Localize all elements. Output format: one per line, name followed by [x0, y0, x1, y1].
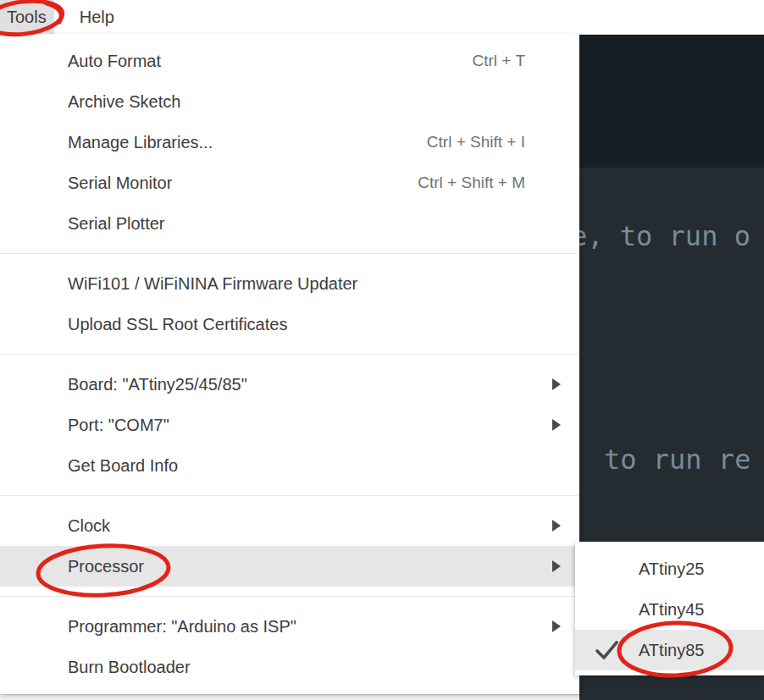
menu-item-label: Auto Format: [68, 52, 473, 71]
menu-item-serial-plotter[interactable]: Serial Plotter: [0, 203, 579, 244]
menu-item-label: Port: "COM7": [68, 416, 525, 435]
editor-toolbar-area: [573, 34, 764, 168]
menubar-item-help[interactable]: Help: [72, 0, 122, 34]
menu-item-shortcut: Ctrl + Shift + M: [418, 174, 525, 192]
menu-item-label: Get Board Info: [68, 456, 525, 476]
menu-item-label: Processor: [68, 557, 525, 576]
menu-item-serial-monitor[interactable]: Serial Monitor Ctrl + Shift + M: [0, 163, 579, 203]
submenu-arrow-icon: [552, 560, 561, 572]
menu-item-get-board-info[interactable]: Get Board Info: [0, 445, 579, 486]
tools-menu-dropdown: Auto Format Ctrl + T Archive Sketch Mana…: [0, 34, 579, 694]
submenu-item-attiny45[interactable]: ATtiny45: [575, 589, 764, 630]
menu-separator: [0, 253, 579, 254]
submenu-item-label: ATtiny85: [639, 641, 704, 660]
submenu-item-label: ATtiny45: [639, 600, 704, 620]
submenu-item-attiny85[interactable]: ATtiny85: [575, 630, 764, 670]
submenu-item-attiny25[interactable]: ATtiny25: [575, 548, 764, 589]
checkmark-icon: [595, 641, 618, 660]
menu-item-upload-ssl-certificates[interactable]: Upload SSL Root Certificates: [0, 304, 579, 344]
menu-item-label: WiFi101 / WiFiNINA Firmware Updater: [68, 274, 525, 294]
menu-item-port[interactable]: Port: "COM7": [0, 405, 579, 445]
menu-item-label: Clock: [68, 516, 525, 536]
menu-separator: [0, 596, 579, 597]
menu-item-shortcut: Ctrl + Shift + I: [427, 133, 525, 152]
menu-item-burn-bootloader[interactable]: Burn Bootloader: [0, 647, 579, 687]
menu-item-label: Burn Bootloader: [68, 658, 525, 677]
submenu-arrow-icon: [552, 620, 561, 632]
menu-item-label: Manage Libraries...: [68, 133, 427, 152]
menu-item-clock[interactable]: Clock: [0, 505, 579, 546]
submenu-item-label: ATtiny25: [639, 559, 704, 579]
menu-separator: [0, 354, 579, 355]
menu-item-label: Serial Monitor: [68, 174, 418, 193]
menu-item-auto-format[interactable]: Auto Format Ctrl + T: [0, 41, 579, 81]
menu-item-processor[interactable]: Processor: [0, 546, 579, 587]
menu-item-archive-sketch[interactable]: Archive Sketch: [0, 81, 579, 122]
menu-item-label: Board: "ATtiny25/45/85": [68, 375, 525, 394]
menu-item-shortcut: Ctrl + T: [473, 52, 525, 70]
menu-item-label: Upload SSL Root Certificates: [68, 315, 525, 334]
code-line: e, to run o: [573, 222, 750, 251]
submenu-arrow-icon: [552, 419, 561, 431]
menu-item-board[interactable]: Board: "ATtiny25/45/85": [0, 364, 579, 405]
menu-item-wifi-firmware-updater[interactable]: WiFi101 / WiFiNINA Firmware Updater: [0, 263, 579, 304]
menubar: Tools Help: [0, 0, 764, 35]
menu-item-programmer[interactable]: Programmer: "Arduino as ISP": [0, 606, 579, 647]
code-line: to run re: [604, 445, 750, 474]
menu-item-label: Programmer: "Arduino as ISP": [68, 617, 525, 637]
submenu-arrow-icon: [552, 378, 561, 390]
menu-separator: [0, 495, 579, 496]
menu-item-label: Serial Plotter: [68, 214, 525, 234]
menubar-item-tools[interactable]: Tools: [0, 0, 54, 34]
menu-item-manage-libraries[interactable]: Manage Libraries... Ctrl + Shift + I: [0, 122, 579, 163]
window-bottom-strip: [0, 694, 579, 700]
menu-item-label: Archive Sketch: [68, 92, 525, 112]
processor-submenu: ATtiny25 ATtiny45 ATtiny85: [575, 542, 764, 675]
submenu-arrow-icon: [552, 520, 561, 532]
